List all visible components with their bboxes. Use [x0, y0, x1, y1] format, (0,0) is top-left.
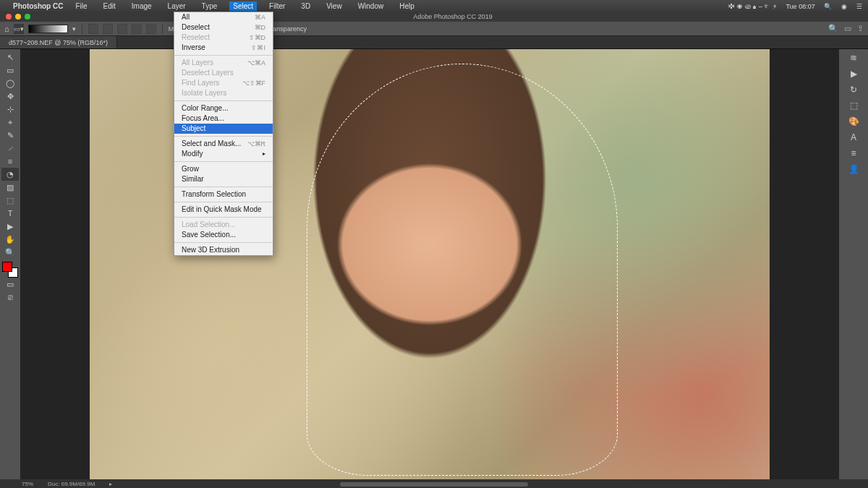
- menu-separator: [174, 202, 273, 202]
- quickmask-toggle[interactable]: ▭: [1, 278, 19, 291]
- menu-item-deselect[interactable]: Deselect⌘D: [174, 22, 273, 33]
- app-name[interactable]: Photoshop CC: [13, 2, 63, 10]
- gradient-preview[interactable]: [28, 25, 68, 33]
- panel-color-icon[interactable]: 🎨: [846, 116, 861, 127]
- menu-item-grow[interactable]: Grow: [174, 164, 273, 174]
- search-icon[interactable]: 🔍: [824, 3, 832, 10]
- window-title: Adobe Photoshop CC 2019: [38, 13, 868, 20]
- menu-item-all-layers: All Layers⌥⌘A: [174, 58, 273, 68]
- menu-file[interactable]: File: [72, 1, 90, 11]
- gradient-diamond[interactable]: [146, 24, 156, 34]
- menu-item-find-layers: Find Layers⌥⇧⌘F: [174, 78, 273, 88]
- menu-3d[interactable]: 3D: [297, 1, 314, 11]
- menu-window[interactable]: Window: [354, 1, 388, 11]
- menu-item-subject[interactable]: Subject: [174, 124, 273, 134]
- menu-item-color-range[interactable]: Color Range...: [174, 103, 273, 114]
- panel-character-icon[interactable]: A: [846, 132, 861, 143]
- status-icons: ✲ ⦿ ⎚ ⏏ ⋯ ᯤ ⚡︎: [728, 3, 777, 10]
- gradient-reflected[interactable]: [132, 24, 142, 34]
- menu-help[interactable]: Help: [396, 1, 418, 11]
- menu-item-select-and-mask[interactable]: Select and Mask...⌥⌘R: [174, 139, 273, 149]
- menu-type[interactable]: Type: [198, 1, 221, 11]
- menu-item-save-selection[interactable]: Save Selection...: [174, 230, 273, 240]
- tool-type[interactable]: T: [1, 207, 19, 220]
- panel-libraries-icon[interactable]: 👤: [846, 163, 861, 175]
- menu-separator: [174, 242, 273, 243]
- menu-item-focus-area[interactable]: Focus Area...: [174, 114, 273, 124]
- tool-move[interactable]: ↖: [1, 51, 19, 64]
- right-panels-collapsed: ≋ ▶ ↻ ⬚ 🎨 A ≡ 👤: [839, 49, 868, 479]
- tool-crop[interactable]: ⊹: [1, 103, 19, 116]
- search-docs-icon[interactable]: 🔍: [828, 24, 838, 33]
- tab-label: d577~208.NEF @ 75% (RGB/16*): [9, 39, 108, 46]
- minimize-button[interactable]: [15, 14, 21, 20]
- zoom-level[interactable]: 75%: [22, 481, 33, 487]
- panel-history-icon[interactable]: ≋: [846, 52, 861, 64]
- doc-size[interactable]: Doc: 69.9M/69.9M: [48, 481, 95, 487]
- menu-item-modify[interactable]: Modify: [174, 149, 273, 159]
- share-icon[interactable]: ⇪: [857, 24, 864, 33]
- document-tab[interactable]: d577~208.NEF @ 75% (RGB/16*): [0, 36, 117, 48]
- window-titlebar: Adobe Photoshop CC 2019: [0, 12, 868, 22]
- tool-path[interactable]: ▶: [1, 220, 19, 233]
- gradient-picker-chevron[interactable]: ▾: [72, 25, 76, 33]
- tool-marquee[interactable]: ▭: [1, 64, 19, 77]
- clock[interactable]: Tue 08:07: [786, 3, 814, 10]
- doc-menu-chevron[interactable]: ▸: [109, 481, 112, 487]
- tool-clone[interactable]: ⟋: [1, 142, 19, 155]
- tool-brush[interactable]: ✎: [1, 129, 19, 142]
- menu-item-all[interactable]: All⌘A: [174, 12, 273, 22]
- menu-filter[interactable]: Filter: [265, 1, 289, 11]
- panel-properties-icon[interactable]: ≡: [846, 147, 861, 159]
- tool-eraser[interactable]: ≡: [1, 155, 19, 168]
- macos-menubar: Photoshop CC File Edit Image Layer Type …: [0, 0, 868, 12]
- panel-layers-icon[interactable]: ⬚: [846, 100, 861, 111]
- menu-image[interactable]: Image: [128, 1, 156, 11]
- menu-view[interactable]: View: [323, 1, 346, 11]
- menu-item-transform-selection[interactable]: Transform Selection: [174, 189, 273, 200]
- menu-separator: [174, 55, 273, 56]
- menu-item-isolate-layers: Isolate Layers: [174, 88, 273, 98]
- home-icon[interactable]: ⌂: [4, 25, 9, 33]
- tool-gradient[interactable]: ◔: [1, 168, 19, 181]
- gradient-radial[interactable]: [103, 24, 113, 34]
- tools-panel: ↖ ▭ ◯ ✥ ⊹ ⌖ ✎ ⟋ ≡ ◔ ▨ ⬚ T ▶ ✋ 🔍 ▭ ⎚: [0, 49, 20, 479]
- gradient-angle[interactable]: [117, 24, 127, 34]
- foreground-color[interactable]: [2, 262, 12, 272]
- color-swatches[interactable]: [2, 262, 18, 278]
- menu-item-new-3d-extrusion[interactable]: New 3D Extrusion: [174, 245, 273, 255]
- panel-adjustments-icon[interactable]: ↻: [846, 84, 861, 95]
- menu-separator: [174, 161, 273, 162]
- gradient-linear[interactable]: [88, 24, 98, 34]
- menu-select[interactable]: Select: [229, 1, 257, 11]
- tool-pen[interactable]: ⬚: [1, 194, 19, 207]
- maximize-button[interactable]: [25, 14, 30, 20]
- horizontal-scrollbar-thumb[interactable]: [340, 482, 528, 487]
- tool-zoom[interactable]: 🔍: [1, 246, 19, 259]
- panel-actions-icon[interactable]: ▶: [846, 68, 861, 80]
- tool-eyedropper[interactable]: ⌖: [1, 116, 19, 129]
- tool-lasso[interactable]: ◯: [1, 77, 19, 90]
- close-button[interactable]: [6, 14, 12, 20]
- menu-item-edit-in-quick-mask-mode[interactable]: Edit in Quick Mask Mode: [174, 205, 273, 215]
- menu-separator: [174, 100, 273, 101]
- menu-item-reselect: Reselect⇧⌘D: [174, 33, 273, 43]
- menu-item-load-selection: Load Selection...: [174, 220, 273, 230]
- select-menu-dropdown: All⌘ADeselect⌘DReselect⇧⌘DInverse⇧⌘IAll …: [174, 12, 273, 256]
- options-bar: ⌂ ▭▾ ▾ Mode: Reverse Dither Transparency…: [0, 22, 868, 36]
- menu-item-similar[interactable]: Similar: [174, 174, 273, 184]
- canvas-area[interactable]: [20, 49, 839, 479]
- siri-icon[interactable]: ◉: [841, 3, 847, 10]
- workspace-icon[interactable]: ▭: [844, 24, 851, 33]
- tool-dodge[interactable]: ▨: [1, 181, 19, 194]
- menu-item-inverse[interactable]: Inverse⇧⌘I: [174, 43, 273, 53]
- tool-wand[interactable]: ✥: [1, 90, 19, 103]
- tool-hand[interactable]: ✋: [1, 233, 19, 246]
- menu-item-deselect-layers: Deselect Layers: [174, 68, 273, 78]
- notifications-icon[interactable]: ☰: [856, 3, 862, 10]
- screenmode-toggle[interactable]: ⎚: [1, 291, 19, 304]
- menu-layer[interactable]: Layer: [164, 1, 190, 11]
- menu-edit[interactable]: Edit: [100, 1, 119, 11]
- menubar-status: ✲ ⦿ ⎚ ⏏ ⋯ ᯤ ⚡︎ Tue 08:07 🔍 ◉ ☰: [721, 2, 862, 10]
- tool-preset[interactable]: ▭▾: [14, 24, 24, 34]
